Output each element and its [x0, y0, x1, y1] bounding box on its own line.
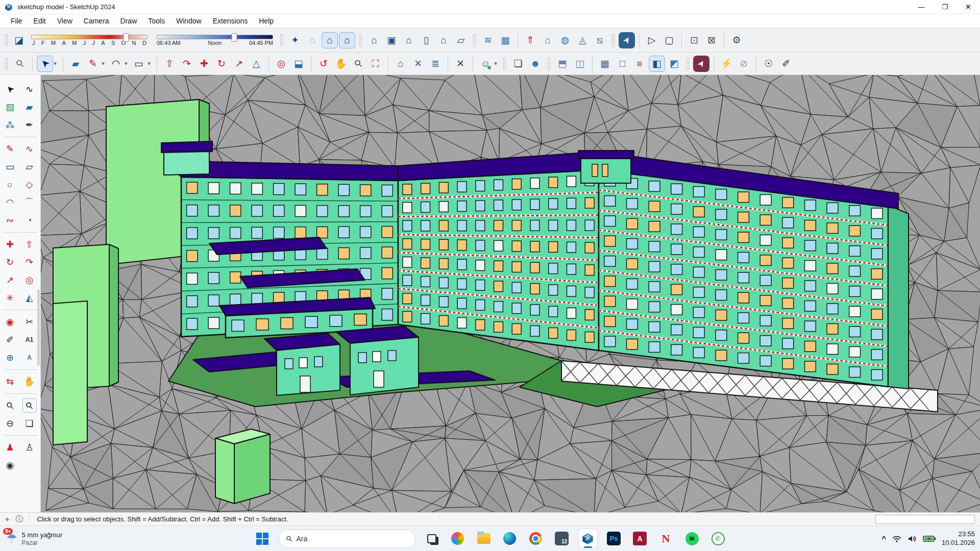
layers-stack-icon[interactable]: ≣	[427, 56, 444, 72]
from-contours-icon[interactable]: ≋	[480, 32, 496, 48]
previous-view-icon[interactable]: ❏	[21, 415, 38, 432]
record-camera-icon[interactable]: ⊡	[686, 32, 702, 48]
rectangle-icon[interactable]: ▭	[131, 56, 147, 72]
scale-tool-icon[interactable]: ↗	[2, 272, 18, 288]
add-detail-icon[interactable]: ◬	[574, 32, 591, 48]
toggle-shadows-icon[interactable]: ◪	[11, 32, 27, 48]
menu-draw[interactable]: Draw	[115, 15, 143, 27]
menu-file[interactable]: File	[5, 15, 28, 27]
arc-tool-icon[interactable]: ◠	[2, 194, 18, 211]
account-avatar-icon[interactable]: ☺	[477, 56, 494, 72]
geolocation-status-icon[interactable]: ⌖	[5, 515, 9, 524]
toolbar-grip[interactable]	[5, 57, 8, 70]
3d-text-icon[interactable]: A	[21, 349, 38, 366]
eraser-icon[interactable]: ▰	[67, 56, 84, 72]
orbit-icon[interactable]: ↺	[315, 56, 332, 72]
copilot-icon[interactable]	[448, 529, 468, 549]
extension-cursor-icon[interactable]: ➤	[619, 32, 635, 48]
rotate-icon[interactable]: ↻	[213, 56, 230, 72]
wireframe-style-icon[interactable]: ▦	[597, 56, 613, 72]
back-view-icon[interactable]: ⌂	[435, 32, 452, 48]
battery-charging-icon[interactable]	[923, 535, 936, 543]
section-swap-icon[interactable]: ⇆	[2, 373, 18, 390]
pan-icon[interactable]: ✋	[333, 56, 349, 72]
add-collaborator-icon[interactable]: ☻	[527, 56, 544, 72]
game-icon[interactable]: 12	[552, 529, 572, 549]
geo-location-icon[interactable]: ◉	[2, 314, 18, 330]
intersect-icon[interactable]: ✳	[2, 290, 18, 306]
settings-gear-icon[interactable]: ⚙	[728, 32, 745, 48]
time-slider-handle[interactable]	[232, 33, 237, 42]
knife-icon[interactable]: ✒	[21, 117, 38, 133]
shadows-on-faces-icon[interactable]: ⌂	[322, 32, 338, 48]
zoom-icon[interactable]: ⚲	[350, 56, 366, 72]
close-button[interactable]: ✕	[957, 0, 980, 14]
select-dropdown-icon[interactable]: ▾	[52, 56, 59, 72]
back-edges-style-icon[interactable]: ⬒	[554, 56, 571, 72]
menu-tools[interactable]: Tools	[142, 15, 170, 27]
arc-icon[interactable]: ◠	[108, 56, 124, 72]
shaded-style-icon[interactable]: ■	[631, 56, 648, 72]
hidden-line-style-icon[interactable]: □	[614, 56, 630, 72]
whatsapp-icon[interactable]: ✆	[708, 529, 728, 549]
spotify-icon[interactable]: ≋	[682, 529, 702, 549]
toolbar-grip[interactable]	[503, 57, 506, 70]
edge-icon[interactable]	[500, 529, 520, 549]
light-bulb-icon[interactable]: ☉	[761, 56, 777, 72]
right-view-icon[interactable]: ▯	[418, 32, 434, 48]
rotated-rectangle-icon[interactable]: ▱	[21, 159, 38, 175]
file-explorer-icon[interactable]	[474, 529, 494, 549]
stamp-icon[interactable]: ⌂	[540, 32, 556, 48]
look-around-icon[interactable]: ◉	[2, 457, 18, 473]
arc-dropdown-icon[interactable]: ▾	[122, 56, 130, 72]
bezier-icon[interactable]: ∾	[2, 212, 18, 229]
dimension-text-icon[interactable]: A1	[21, 332, 38, 348]
month-slider-handle[interactable]	[124, 33, 129, 42]
position-camera-icon[interactable]: ♟	[2, 439, 18, 456]
zoom-window-icon[interactable]: ⚲	[21, 397, 38, 414]
xray-house-icon[interactable]: ⌂	[304, 32, 321, 48]
menu-extensions[interactable]: Extensions	[207, 15, 253, 27]
time-slider-track[interactable]	[157, 35, 273, 39]
scale-icon[interactable]: ↗	[231, 56, 247, 72]
mirror-icon[interactable]: ◭	[21, 290, 38, 306]
flip-edge-icon[interactable]: ⧅	[592, 32, 608, 48]
spline-icon[interactable]: ∿	[21, 141, 38, 157]
front-view-icon[interactable]: ⌂	[401, 32, 417, 48]
pie-icon[interactable]: ◔	[21, 212, 38, 229]
textured-style-icon[interactable]: ◧	[649, 56, 665, 72]
swap-components-icon[interactable]: ✕	[410, 56, 426, 72]
zoom-tool-icon[interactable]: ⚲	[2, 397, 18, 414]
push-pull-tool-icon[interactable]: ⇧	[21, 236, 38, 253]
offset-icon[interactable]: ◎	[273, 56, 289, 72]
rectangle-dropdown-icon[interactable]: ▾	[145, 56, 153, 72]
north-compass-icon[interactable]: ✦	[287, 32, 303, 48]
sketchup-taskbar-icon[interactable]	[578, 529, 598, 549]
3d-viewport[interactable]	[41, 75, 980, 512]
toolbar-grip[interactable]	[280, 34, 283, 47]
freehand-icon[interactable]: ✎	[2, 141, 18, 157]
disable-icon[interactable]: ⊘	[736, 56, 752, 72]
toolbar-grip[interactable]	[359, 34, 362, 47]
lightning-icon[interactable]: ⚡	[718, 56, 734, 72]
grab-hand-icon[interactable]: ✋	[21, 373, 38, 390]
start-button[interactable]	[253, 529, 272, 549]
tape-measure-icon[interactable]: △	[248, 56, 264, 72]
minimize-button[interactable]: —	[910, 0, 933, 14]
offset-tool-icon[interactable]: ◎	[21, 272, 38, 288]
toolbar-grip[interactable]	[547, 57, 551, 70]
tray-expand-icon[interactable]: ^	[881, 534, 886, 543]
account-dropdown-icon[interactable]: ▾	[492, 56, 499, 72]
follow-me-icon[interactable]: ↷	[179, 56, 195, 72]
two-point-arc-icon[interactable]: ⌒	[21, 194, 38, 211]
stylus-icon[interactable]: ✐	[778, 56, 794, 72]
chrome-icon[interactable]	[526, 529, 546, 549]
push-pull-icon[interactable]: ⇧	[161, 56, 178, 72]
eraser-tool-icon[interactable]: ▰	[21, 99, 38, 115]
new-file-icon[interactable]: ❏	[510, 56, 526, 72]
play-animation-icon[interactable]: ▷	[644, 32, 660, 48]
measurements-input[interactable]	[875, 515, 975, 524]
rotate-tool-icon[interactable]: ↻	[2, 254, 18, 270]
toolbar-grip[interactable]	[611, 34, 615, 47]
extension-cursor-2-icon[interactable]: ➤	[693, 56, 709, 72]
